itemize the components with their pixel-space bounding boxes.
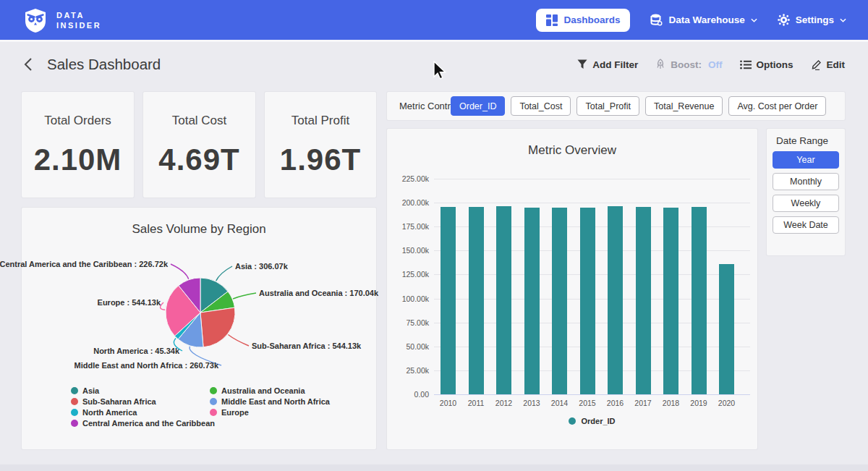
metric-chip-total-revenue[interactable]: Total_Revenue — [645, 96, 723, 116]
date-range-weekly[interactable]: Weekly — [773, 195, 839, 212]
y-axis-tick: 150.00k — [387, 246, 429, 255]
gridline — [434, 203, 750, 203]
kpi-value: 4.69T — [143, 143, 255, 177]
bar-2012[interactable] — [496, 206, 511, 394]
boost-toggle[interactable]: Boost:Off — [655, 59, 722, 70]
chevron-down-icon — [751, 18, 757, 22]
boost-status: Off — [708, 59, 723, 70]
kpi-card-total-cost: Total Cost 4.69T — [143, 92, 255, 198]
kpi-label: Total Cost — [143, 114, 255, 128]
kpi-card-total-orders: Total Orders 2.10M — [22, 92, 134, 198]
settings-label: Settings — [796, 14, 834, 25]
pie-leader-line — [233, 293, 256, 299]
pie-legend-item-sub-saharan-africa[interactable]: Sub-Saharan Africa — [71, 396, 215, 407]
legend-dot — [71, 420, 78, 427]
pie-legend-item-central-america-and-the-caribbean[interactable]: Central America and the Caribbean — [71, 417, 215, 428]
x-axis-tick: 2012 — [490, 399, 518, 407]
metric-control-label: Metric Control — [399, 101, 458, 111]
legend-label: Middle East and North Africa — [221, 397, 330, 406]
options-button[interactable]: Options — [740, 59, 793, 70]
pie-legend-item-north-america[interactable]: North America — [71, 407, 215, 417]
bar-chart-card: Metric Overview 0.0025.00k50.00k75.00k10… — [387, 129, 757, 449]
metric-chip-avg-cost-per-order[interactable]: Avg. Cost per Order — [728, 96, 826, 116]
add-filter-button[interactable]: Add Filter — [577, 59, 638, 70]
legend-label: Order_ID — [581, 417, 615, 425]
y-axis-tick: 125.00k — [387, 270, 429, 279]
data-warehouse-label: Data Warehouse — [668, 14, 744, 25]
data-warehouse-menu[interactable]: Data Warehouse — [650, 14, 757, 26]
legend-dot — [71, 387, 78, 394]
pie-legend-item-middle-east-and-north-africa[interactable]: Middle East and North Africa — [210, 396, 330, 407]
navbar: DATA INSIDER Dashboards — [0, 0, 868, 40]
legend-dot — [210, 398, 217, 405]
navbar-right: Dashboards Data Warehouse — [536, 9, 846, 32]
page-title: Sales Dashboard — [47, 56, 161, 73]
boost-rocket-icon — [655, 59, 665, 70]
options-list-icon — [740, 60, 752, 69]
metric-chip-order-id[interactable]: Order_ID — [451, 96, 505, 116]
date-range-week-date[interactable]: Week Date — [773, 216, 839, 234]
legend-label: Europe — [221, 408, 249, 417]
bar-2010[interactable] — [441, 207, 456, 394]
metric-chip-total-cost[interactable]: Total_Cost — [511, 96, 571, 116]
legend-dot — [569, 417, 576, 425]
dashboards-button[interactable]: Dashboards — [536, 9, 630, 32]
chevron-down-icon — [840, 18, 846, 22]
bar-chart-legend[interactable]: Order_ID — [434, 417, 750, 425]
pie-legend-item-australia-and-oceania[interactable]: Australia and Oceania — [210, 385, 330, 396]
date-range-monthly[interactable]: Monthly — [773, 173, 839, 190]
bar-2016[interactable] — [608, 206, 623, 394]
x-axis-tick: 2013 — [518, 399, 545, 407]
bar-2020[interactable] — [719, 264, 734, 394]
y-axis-tick: 75.00k — [387, 318, 429, 327]
pie-legend-column-1: AsiaSub-Saharan AfricaNorth AmericaCentr… — [71, 385, 215, 428]
pie-leader-line — [216, 266, 232, 281]
edit-pencil-icon — [811, 59, 822, 70]
pie-label-central-america-and-the-caribbean: Central America and the Caribbean : 226.… — [0, 260, 168, 268]
pie-label-north-america: North America : 45.34k — [93, 347, 179, 355]
dashboards-label: Dashboards — [563, 14, 620, 25]
x-axis-tick: 2014 — [546, 399, 574, 407]
x-axis-tick: 2017 — [629, 399, 657, 407]
bar-2014[interactable] — [552, 208, 567, 394]
legend-dot — [71, 398, 78, 405]
date-range-year[interactable]: Year — [773, 151, 839, 169]
metric-control-bar: Metric Control Order_IDTotal_CostTotal_P… — [387, 92, 845, 120]
pie-slice-sub-saharan-africa[interactable] — [200, 307, 235, 347]
y-axis-tick: 25.00k — [387, 366, 429, 375]
bar-2015[interactable] — [580, 208, 595, 395]
gridline — [434, 394, 750, 395]
metric-chip-total-profit[interactable]: Total_Profit — [576, 96, 639, 116]
x-axis-tick: 2019 — [685, 399, 712, 407]
pie-leader-line — [228, 335, 249, 347]
kpi-label: Total Profit — [265, 114, 376, 128]
kpi-card-total-profit: Total Profit 1.96T — [265, 92, 376, 198]
brand-text: DATA INSIDER — [56, 10, 101, 30]
bar-2017[interactable] — [636, 207, 651, 394]
y-axis-tick: 200.00k — [387, 198, 429, 207]
legend-dot — [210, 409, 217, 416]
bar-2019[interactable] — [692, 207, 707, 394]
bar-2013[interactable] — [524, 208, 540, 394]
pie-label-asia: Asia : 306.07k — [235, 262, 288, 271]
brand[interactable]: DATA INSIDER — [22, 7, 101, 34]
legend-label: Sub-Saharan Africa — [82, 397, 156, 406]
settings-menu[interactable]: Settings — [778, 14, 846, 26]
owl-logo-icon — [22, 7, 49, 34]
x-axis-tick: 2016 — [602, 399, 629, 407]
bar-2018[interactable] — [663, 208, 678, 395]
back-icon[interactable] — [23, 57, 33, 72]
kpi-label: Total Orders — [22, 114, 134, 128]
pie-legend-item-europe[interactable]: Europe — [210, 407, 330, 417]
gridline — [434, 179, 750, 179]
edit-button[interactable]: Edit — [811, 59, 846, 70]
x-axis-tick: 2018 — [658, 399, 685, 407]
bar-2011[interactable] — [469, 207, 484, 394]
bottom-strip — [0, 464, 868, 471]
legend-dot — [71, 409, 78, 416]
x-axis-tick: 2011 — [462, 399, 490, 407]
y-axis-tick: 0.00 — [387, 390, 429, 399]
legend-label: Central America and the Caribbean — [82, 419, 215, 428]
gear-icon — [778, 14, 790, 26]
pie-legend-item-asia[interactable]: Asia — [71, 385, 215, 396]
